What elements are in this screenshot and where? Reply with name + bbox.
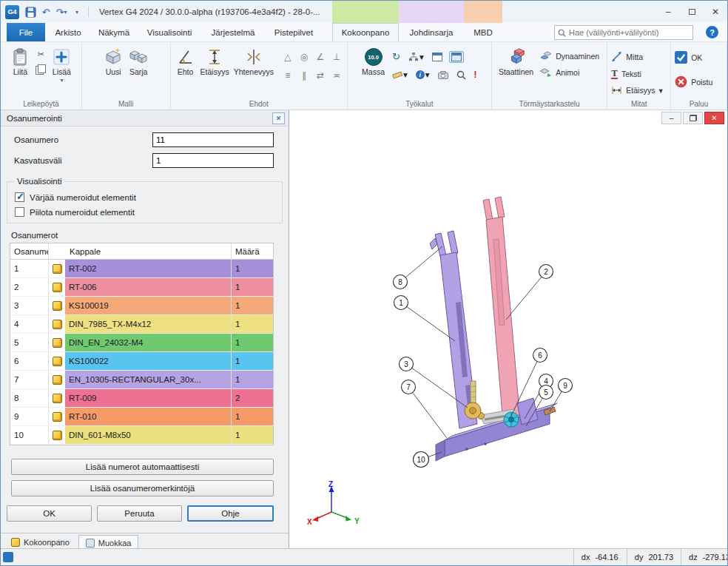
tab-mbd[interactable]: MBD bbox=[464, 23, 502, 41]
model-viewport[interactable]: – ✕ bbox=[289, 110, 728, 550]
constraint-button[interactable]: Ehto bbox=[174, 44, 198, 78]
table-row[interactable]: 3 KS100019 1 bbox=[10, 297, 273, 315]
status-app-icon[interactable] bbox=[3, 552, 13, 562]
snapshot-button[interactable] bbox=[437, 70, 450, 80]
refresh-button[interactable]: ↻ bbox=[391, 50, 402, 63]
customize-toolbar-button[interactable]: ▾ bbox=[71, 5, 83, 18]
balloon-9[interactable]: 9 bbox=[550, 379, 573, 412]
constraint-angle-button[interactable]: △ bbox=[280, 50, 295, 64]
tab-visualisointi[interactable]: Visualisointi bbox=[137, 23, 202, 41]
constraint-parallel-button[interactable]: ∥ bbox=[297, 68, 311, 83]
tab-pistepilvet[interactable]: Pistepilvet bbox=[264, 23, 323, 41]
tab-johdinsarja[interactable]: Johdinsarja bbox=[399, 23, 464, 41]
add-numbers-auto-button[interactable]: Lisää numerot automaattisesti bbox=[11, 459, 274, 475]
ctx-accent-johdinsarja bbox=[399, 1, 464, 23]
undo-icon: ↶ bbox=[42, 7, 50, 18]
piilota-checkbox[interactable] bbox=[15, 207, 24, 217]
balloon-7[interactable]: 7 bbox=[402, 380, 448, 439]
tab-arkisto[interactable]: Arkisto bbox=[45, 23, 91, 41]
static-collision-button[interactable]: Staattinen bbox=[497, 44, 535, 78]
measure-button[interactable]: Mitta bbox=[609, 50, 670, 64]
cut-button[interactable]: ✂ bbox=[33, 47, 48, 61]
constraint-symmetric-button[interactable]: ≍ bbox=[329, 68, 344, 83]
save-button[interactable] bbox=[24, 5, 36, 18]
kasvatusvali-input[interactable] bbox=[152, 153, 274, 168]
piilota-checkbox-row[interactable]: Piilota numeroidut elementit bbox=[15, 207, 274, 217]
add-icon bbox=[51, 47, 72, 67]
scene-svg[interactable]: 1 2 3 4 5 6 7 8 9 bbox=[289, 110, 728, 550]
coincidence-button[interactable]: Yhtenevyys bbox=[232, 44, 275, 78]
distance-measure-button[interactable]: Etäisyys ▾ bbox=[609, 84, 670, 97]
dialog-ok-button[interactable]: OK bbox=[7, 505, 92, 522]
constraint-concentric-button[interactable]: ◎ bbox=[297, 50, 311, 64]
dialog-titlebar[interactable]: Osanumerointi ✕ bbox=[1, 110, 289, 127]
svg-text:2: 2 bbox=[544, 268, 548, 276]
new-model-button[interactable]: Uusi bbox=[101, 44, 125, 78]
zoom-tool-button[interactable] bbox=[455, 70, 468, 81]
maximize-button[interactable] bbox=[680, 1, 704, 23]
copy-button[interactable] bbox=[33, 63, 48, 76]
table-row[interactable]: 8 RT-009 2 bbox=[10, 389, 273, 408]
structure-button[interactable]: ▾ bbox=[407, 51, 425, 63]
mass-button[interactable]: 10.0 Massa bbox=[360, 44, 386, 78]
paste-button[interactable]: Liitä bbox=[8, 44, 32, 78]
balloon-8[interactable]: 8 bbox=[394, 246, 443, 289]
series-button[interactable]: Sarja bbox=[127, 44, 150, 78]
tab-file[interactable]: File bbox=[7, 23, 45, 41]
ok-button[interactable]: OK bbox=[673, 50, 727, 65]
osanumero-label: Osanumero bbox=[14, 135, 152, 144]
table-row[interactable]: 6 KS100022 1 bbox=[10, 352, 273, 371]
varjaa-checkbox[interactable] bbox=[15, 192, 24, 202]
add-balloon-annotations-button[interactable]: Lisää osanumeromerkintöjä bbox=[11, 480, 274, 496]
titlebar: G4 ↶ ↷▾ ▾ Vertex G4 2024 / 30.0.0-alpha … bbox=[1, 1, 727, 23]
constraint-perpendicular-button[interactable]: ⊥ bbox=[329, 50, 344, 64]
animate-button[interactable]: Animoi bbox=[538, 66, 601, 79]
window-view-button[interactable] bbox=[431, 52, 444, 62]
varjaa-checkbox-row[interactable]: Värjää numeroidut elementit bbox=[15, 192, 274, 202]
part-cyan-knob[interactable] bbox=[504, 412, 519, 427]
close-button[interactable]: ✕ bbox=[704, 1, 727, 23]
minimize-button[interactable]: – bbox=[656, 1, 680, 23]
dialog-help-button[interactable]: Ohje bbox=[187, 505, 274, 522]
panel-tab-kokoonpano[interactable]: Kokoonpano bbox=[4, 535, 76, 550]
tab-kokoonpano[interactable]: Kokoonpano bbox=[332, 23, 399, 41]
doc-close-button[interactable]: ✕ bbox=[704, 112, 724, 124]
osanumero-input[interactable] bbox=[152, 132, 274, 147]
table-row[interactable]: 4 DIN_7985_TX-M4x12 1 bbox=[10, 315, 273, 334]
part-base-beam[interactable] bbox=[436, 398, 557, 461]
table-row[interactable]: 10 DIN_601-M8x50 1 bbox=[10, 426, 273, 445]
table-row[interactable]: 5 DIN_EN_24032-M4 1 bbox=[10, 334, 273, 352]
redo-button[interactable]: ↷▾ bbox=[55, 5, 67, 18]
search-input[interactable] bbox=[569, 28, 690, 37]
part-right-arm[interactable] bbox=[483, 197, 520, 424]
constraint-measure-button[interactable]: ∠ bbox=[313, 50, 328, 64]
table-row[interactable]: 1 RT-002 1 bbox=[10, 260, 273, 278]
distance-constraint-button[interactable]: Etäisyys bbox=[199, 44, 231, 78]
add-part-button[interactable]: Lisää ▾ bbox=[50, 44, 73, 84]
table-row[interactable]: 9 RT-010 1 bbox=[10, 408, 273, 426]
warnings-button[interactable]: ! bbox=[473, 69, 479, 81]
restore-icon bbox=[690, 115, 697, 121]
dynamic-collision-button[interactable]: Dynaaminen bbox=[538, 50, 601, 63]
doc-minimize-button[interactable]: – bbox=[661, 112, 681, 124]
panel-tab-muokkaa[interactable]: Muokkaa bbox=[78, 535, 139, 550]
balloon-2[interactable]: 2 bbox=[506, 265, 553, 320]
info-button[interactable]: i ▾ bbox=[414, 69, 431, 81]
text-button[interactable]: T Teksti bbox=[609, 67, 670, 81]
window-view-active-button[interactable] bbox=[449, 51, 464, 63]
dialog-close-button[interactable]: ✕ bbox=[272, 112, 285, 124]
constraint-swap-button[interactable]: ⇄ bbox=[313, 68, 328, 83]
tab-jarjestelma[interactable]: Järjestelmä bbox=[202, 23, 264, 41]
table-row[interactable]: 7 EN_10305-RECTANGULAR_30x... 1 bbox=[10, 371, 273, 389]
ruler-tool-button[interactable]: ▾ bbox=[391, 69, 409, 81]
part-left-arm[interactable] bbox=[430, 231, 477, 428]
constraint-equal-button[interactable]: ≡ bbox=[280, 68, 295, 83]
help-button[interactable]: ? bbox=[706, 26, 718, 38]
search-box[interactable] bbox=[554, 25, 693, 40]
exit-button[interactable]: Poistu bbox=[673, 74, 727, 90]
undo-button[interactable]: ↶ bbox=[40, 5, 52, 18]
dialog-cancel-button[interactable]: Peruuta bbox=[97, 505, 182, 522]
table-row[interactable]: 2 RT-006 1 bbox=[10, 278, 273, 297]
doc-restore-button[interactable] bbox=[683, 112, 703, 124]
tab-nakyma[interactable]: Näkymä bbox=[91, 23, 137, 41]
